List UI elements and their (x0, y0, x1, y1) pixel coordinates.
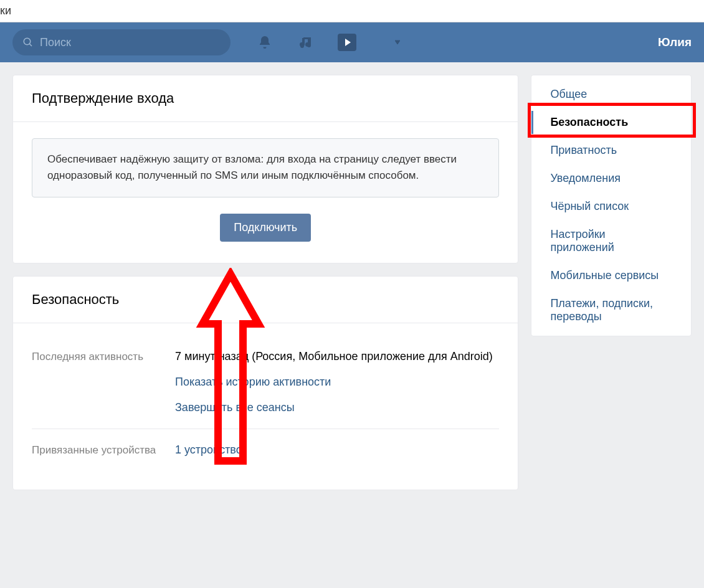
sidebar-item-label: Чёрный список (550, 200, 629, 212)
sidebar-item-privacy[interactable]: Приватность (531, 136, 691, 164)
end-sessions-link[interactable]: Завершить все сеансы (175, 399, 295, 416)
devices-row: Привязанные устройства 1 устройство (32, 429, 499, 471)
sidebar-item-blacklist[interactable]: Чёрный список (531, 192, 691, 220)
last-activity-row: Последняя активность 7 минут назад (Росс… (32, 336, 499, 429)
sidebar-item-label: Платежи, подписки, переводы (550, 297, 653, 323)
sidebar-item-mobile[interactable]: Мобильные сервисы (531, 262, 691, 290)
page-body: Подтверждение входа Обеспечивает надёжну… (0, 62, 704, 588)
sidebar-item-notifications[interactable]: Уведомления (531, 164, 691, 192)
bell-icon (257, 35, 272, 50)
caret-down-icon (395, 34, 400, 50)
dropdown-caret-button[interactable] (394, 34, 401, 50)
video-button[interactable] (338, 33, 356, 52)
sidebar-item-label: Безопасность (550, 116, 628, 128)
search-icon (22, 37, 34, 48)
svg-point-0 (24, 38, 31, 45)
notifications-button[interactable] (255, 33, 274, 52)
svg-line-1 (29, 44, 32, 46)
sidebar-item-general[interactable]: Общее (531, 80, 691, 108)
music-button[interactable] (297, 33, 315, 52)
play-icon (338, 34, 356, 51)
devices-link[interactable]: 1 устройство (175, 442, 242, 458)
svg-rect-4 (303, 37, 305, 45)
browser-tab-strip: ки (0, 0, 704, 22)
svg-rect-5 (310, 37, 311, 45)
confirmation-title: Подтверждение входа (13, 75, 518, 122)
sidebar-item-app-settings[interactable]: Настройки приложений (531, 220, 691, 262)
last-activity-label: Последняя активность (32, 348, 175, 416)
sidebar-item-label: Настройки приложений (550, 228, 614, 254)
security-card: Безопасность Последняя активность 7 мину… (12, 276, 518, 490)
show-history-link[interactable]: Показать историю активности (175, 374, 331, 391)
last-activity-value: 7 минут назад (Россия, Мобильное приложе… (175, 348, 499, 365)
top-bar: Юлия (0, 22, 704, 62)
top-icons (255, 33, 401, 52)
sidebar-item-label: Общее (550, 88, 587, 100)
sidebar-item-label: Приватность (550, 144, 617, 156)
search-box[interactable] (12, 29, 231, 55)
tab-fragment-text: ки (0, 4, 11, 17)
confirmation-info-box: Обеспечивает надёжную защиту от взлома: … (32, 138, 499, 197)
devices-label: Привязанные устройства (32, 442, 175, 458)
sidebar-item-label: Уведомления (550, 172, 621, 184)
search-input[interactable] (40, 36, 221, 49)
confirmation-card: Подтверждение входа Обеспечивает надёжну… (12, 75, 518, 263)
settings-sidebar: Общее Безопасность Приватность Уведомлен… (531, 75, 692, 336)
sidebar-item-security[interactable]: Безопасность (531, 108, 691, 136)
music-icon (298, 35, 313, 50)
sidebar-item-label: Мобильные сервисы (550, 269, 659, 282)
sidebar-item-payments[interactable]: Платежи, подписки, переводы (531, 290, 691, 331)
security-title: Безопасность (13, 277, 518, 323)
user-name[interactable]: Юлия (658, 36, 692, 49)
main-column: Подтверждение входа Обеспечивает надёжну… (12, 75, 518, 490)
connect-button[interactable]: Подключить (220, 214, 311, 242)
